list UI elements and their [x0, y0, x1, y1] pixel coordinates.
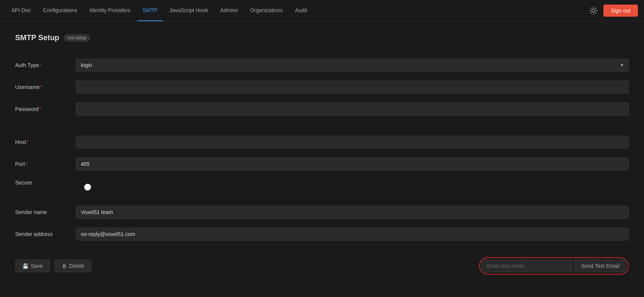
sender-address-control [76, 228, 629, 241]
nav-item-smtp[interactable]: SMTP [137, 0, 163, 21]
main-content: SMTP Setup not setup Auth Type* login pl… [0, 21, 644, 290]
username-row: Username* [15, 76, 629, 98]
password-label: Password* [15, 106, 76, 112]
navbar: API Doc Configurations Identity Provider… [0, 0, 644, 21]
port-row: Port* [15, 153, 629, 175]
username-label: Username* [15, 84, 76, 90]
auth-type-select-wrapper: login plain cram-md5 ▼ [76, 59, 629, 72]
sender-name-label: Sender name [15, 209, 76, 215]
sender-name-control [76, 206, 629, 219]
svg-line-4 [595, 13, 596, 13]
nav-item-configurations[interactable]: Configurations [38, 0, 82, 21]
auth-type-row: Auth Type* login plain cram-md5 ▼ [15, 54, 629, 76]
host-row: Host* [15, 131, 629, 153]
smtp-form: Auth Type* login plain cram-md5 ▼ Userna… [15, 54, 629, 278]
sender-address-input[interactable] [76, 228, 629, 241]
trash-icon [62, 263, 67, 269]
nav-item-organizations[interactable]: Organizations [245, 0, 288, 21]
auth-type-control: login plain cram-md5 ▼ [76, 59, 629, 72]
nav-links: API Doc Configurations Identity Provider… [6, 0, 588, 21]
footer-row: Save Delete Send Test Email [15, 248, 629, 278]
nav-item-identity-providers[interactable]: Identity Providers [84, 0, 136, 21]
auth-type-select[interactable]: login plain cram-md5 [76, 59, 629, 72]
status-badge: not setup [64, 34, 90, 42]
port-input[interactable] [76, 158, 629, 170]
sender-name-row: Sender name [15, 201, 629, 223]
host-label: Host* [15, 139, 76, 145]
password-input[interactable] [76, 103, 629, 116]
svg-line-8 [595, 8, 596, 8]
footer-right: Send Test Email [479, 257, 629, 275]
floppy-icon [22, 263, 28, 269]
page-title-row: SMTP Setup not setup [15, 33, 629, 42]
svg-point-0 [592, 9, 595, 12]
sender-address-row: Sender address [15, 223, 629, 245]
port-label: Port* [15, 161, 76, 167]
nav-right: Sign out [588, 5, 638, 17]
nav-item-admins[interactable]: Admins [215, 0, 243, 21]
sign-out-button[interactable]: Sign out [603, 5, 638, 17]
auth-type-label: Auth Type* [15, 62, 76, 68]
save-button[interactable]: Save [15, 259, 50, 272]
svg-line-7 [591, 13, 591, 13]
footer-left: Save Delete [15, 259, 91, 272]
svg-line-3 [591, 8, 591, 8]
nav-item-api-doc[interactable]: API Doc [6, 0, 36, 21]
password-control [76, 103, 629, 116]
nav-item-audit[interactable]: Audit [290, 0, 313, 21]
delete-button[interactable]: Delete [55, 259, 91, 272]
test-email-section: Send Test Email [479, 257, 629, 275]
secure-row: Secure [15, 175, 629, 195]
password-row: Password* [15, 98, 629, 125]
nav-item-javascript-hook[interactable]: JavaScript Hook [164, 0, 214, 21]
secure-label: Secure [15, 180, 76, 186]
host-control [76, 136, 629, 148]
page-title: SMTP Setup [15, 33, 59, 42]
sender-address-label: Sender address [15, 231, 76, 237]
username-input[interactable] [76, 81, 629, 94]
send-test-email-button[interactable]: Send Test Email [574, 259, 627, 272]
port-control [76, 158, 629, 170]
test-email-input[interactable] [481, 259, 572, 272]
host-input[interactable] [76, 136, 629, 148]
theme-toggle-icon[interactable] [588, 5, 599, 16]
username-control [76, 81, 629, 94]
sender-name-input[interactable] [76, 206, 629, 219]
